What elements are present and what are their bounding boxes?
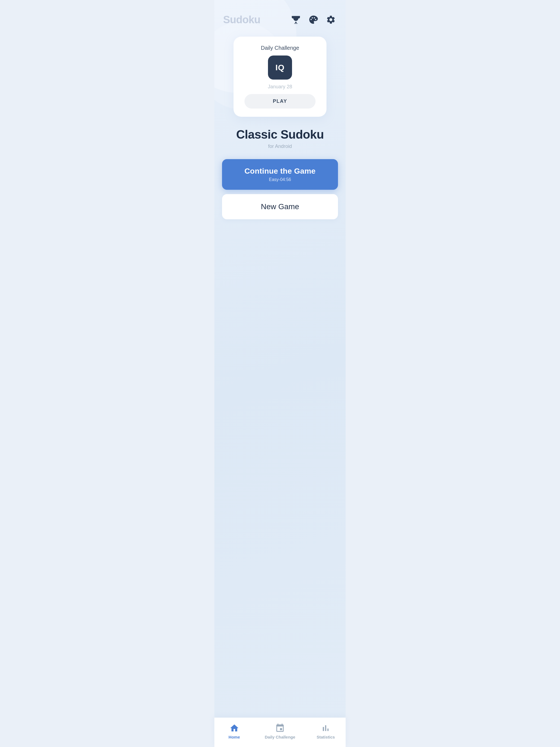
nav-home-label: Home [229, 735, 240, 739]
nav-statistics-label: Statistics [316, 735, 335, 739]
nav-daily-challenge-label: Daily Challenge [265, 735, 295, 739]
card-title: Daily Challenge [261, 45, 299, 51]
settings-icon [326, 15, 336, 25]
continue-sublabel: Easy-04:56 [269, 177, 291, 182]
palette-icon [308, 15, 318, 25]
app-container: Sudoku Daily Challenge [214, 0, 346, 747]
nav-statistics[interactable]: Statistics [312, 722, 339, 741]
daily-challenge-card: Daily Challenge IQ January 28 PLAY [233, 36, 327, 117]
calendar-icon [275, 723, 285, 733]
continue-button[interactable]: Continue the Game Easy-04:56 [222, 159, 338, 190]
settings-button[interactable] [325, 14, 337, 26]
continue-label: Continue the Game [245, 167, 315, 176]
card-date: January 28 [268, 84, 292, 90]
trophy-icon [291, 15, 301, 25]
iq-label: IQ [275, 63, 285, 72]
platform-label: for Android [236, 144, 324, 149]
main-content: Daily Challenge IQ January 28 PLAY Class… [214, 31, 346, 747]
iq-badge: IQ [268, 55, 292, 80]
nav-daily-challenge[interactable]: Daily Challenge [260, 722, 300, 741]
game-title: Classic Sudoku [236, 128, 324, 141]
header-icons [290, 14, 337, 26]
action-buttons: Continue the Game Easy-04:56 New Game [222, 159, 338, 219]
app-title: Sudoku [223, 14, 260, 26]
app-name-section: Classic Sudoku for Android [236, 128, 324, 149]
play-button[interactable]: PLAY [245, 94, 315, 108]
palette-button[interactable] [307, 14, 320, 26]
nav-home[interactable]: Home [221, 722, 248, 741]
bottom-nav: Home Daily Challenge Statistics [214, 718, 346, 747]
header: Sudoku [214, 0, 346, 31]
home-icon [229, 723, 239, 733]
statistics-icon [321, 723, 331, 733]
trophy-button[interactable] [290, 14, 302, 26]
new-game-button[interactable]: New Game [222, 194, 338, 219]
new-game-label: New Game [261, 202, 299, 211]
